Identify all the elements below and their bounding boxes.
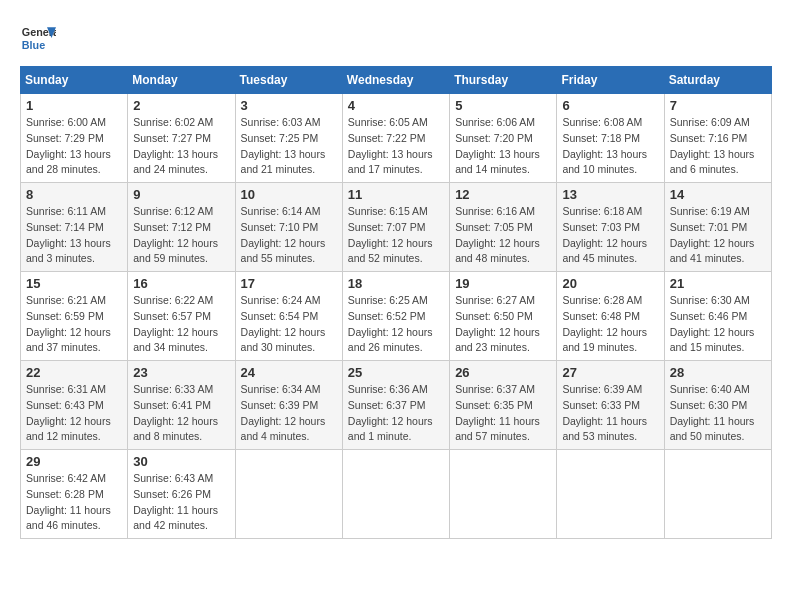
day-detail: Sunrise: 6:37 AMSunset: 6:35 PMDaylight:… <box>455 383 540 442</box>
day-number: 30 <box>133 454 229 469</box>
day-detail: Sunrise: 6:27 AMSunset: 6:50 PMDaylight:… <box>455 294 540 353</box>
calendar-cell: 23 Sunrise: 6:33 AMSunset: 6:41 PMDaylig… <box>128 361 235 450</box>
day-detail: Sunrise: 6:43 AMSunset: 6:26 PMDaylight:… <box>133 472 218 531</box>
day-number: 5 <box>455 98 551 113</box>
calendar-cell: 19 Sunrise: 6:27 AMSunset: 6:50 PMDaylig… <box>450 272 557 361</box>
calendar-cell: 2 Sunrise: 6:02 AMSunset: 7:27 PMDayligh… <box>128 94 235 183</box>
day-detail: Sunrise: 6:22 AMSunset: 6:57 PMDaylight:… <box>133 294 218 353</box>
day-number: 18 <box>348 276 444 291</box>
calendar-cell: 21 Sunrise: 6:30 AMSunset: 6:46 PMDaylig… <box>664 272 771 361</box>
day-number: 3 <box>241 98 337 113</box>
day-detail: Sunrise: 6:24 AMSunset: 6:54 PMDaylight:… <box>241 294 326 353</box>
day-detail: Sunrise: 6:02 AMSunset: 7:27 PMDaylight:… <box>133 116 218 175</box>
day-detail: Sunrise: 6:11 AMSunset: 7:14 PMDaylight:… <box>26 205 111 264</box>
day-detail: Sunrise: 6:30 AMSunset: 6:46 PMDaylight:… <box>670 294 755 353</box>
weekday-header-tuesday: Tuesday <box>235 67 342 94</box>
day-detail: Sunrise: 6:06 AMSunset: 7:20 PMDaylight:… <box>455 116 540 175</box>
day-number: 26 <box>455 365 551 380</box>
calendar-cell: 8 Sunrise: 6:11 AMSunset: 7:14 PMDayligh… <box>21 183 128 272</box>
calendar-cell: 7 Sunrise: 6:09 AMSunset: 7:16 PMDayligh… <box>664 94 771 183</box>
day-number: 1 <box>26 98 122 113</box>
svg-text:Blue: Blue <box>22 39 45 51</box>
calendar-cell: 18 Sunrise: 6:25 AMSunset: 6:52 PMDaylig… <box>342 272 449 361</box>
calendar-cell: 30 Sunrise: 6:43 AMSunset: 6:26 PMDaylig… <box>128 450 235 539</box>
calendar-cell: 1 Sunrise: 6:00 AMSunset: 7:29 PMDayligh… <box>21 94 128 183</box>
day-detail: Sunrise: 6:14 AMSunset: 7:10 PMDaylight:… <box>241 205 326 264</box>
weekday-header-sunday: Sunday <box>21 67 128 94</box>
day-number: 27 <box>562 365 658 380</box>
calendar-cell: 25 Sunrise: 6:36 AMSunset: 6:37 PMDaylig… <box>342 361 449 450</box>
day-detail: Sunrise: 6:42 AMSunset: 6:28 PMDaylight:… <box>26 472 111 531</box>
day-detail: Sunrise: 6:08 AMSunset: 7:18 PMDaylight:… <box>562 116 647 175</box>
calendar-cell: 26 Sunrise: 6:37 AMSunset: 6:35 PMDaylig… <box>450 361 557 450</box>
day-number: 12 <box>455 187 551 202</box>
day-detail: Sunrise: 6:12 AMSunset: 7:12 PMDaylight:… <box>133 205 218 264</box>
day-detail: Sunrise: 6:05 AMSunset: 7:22 PMDaylight:… <box>348 116 433 175</box>
logo: General Blue <box>20 20 56 56</box>
calendar-cell: 13 Sunrise: 6:18 AMSunset: 7:03 PMDaylig… <box>557 183 664 272</box>
day-detail: Sunrise: 6:34 AMSunset: 6:39 PMDaylight:… <box>241 383 326 442</box>
calendar-cell: 28 Sunrise: 6:40 AMSunset: 6:30 PMDaylig… <box>664 361 771 450</box>
weekday-header-saturday: Saturday <box>664 67 771 94</box>
page-header: General Blue <box>20 20 772 56</box>
day-number: 15 <box>26 276 122 291</box>
day-detail: Sunrise: 6:21 AMSunset: 6:59 PMDaylight:… <box>26 294 111 353</box>
day-number: 4 <box>348 98 444 113</box>
day-number: 14 <box>670 187 766 202</box>
day-number: 24 <box>241 365 337 380</box>
day-detail: Sunrise: 6:33 AMSunset: 6:41 PMDaylight:… <box>133 383 218 442</box>
day-detail: Sunrise: 6:36 AMSunset: 6:37 PMDaylight:… <box>348 383 433 442</box>
calendar-table: SundayMondayTuesdayWednesdayThursdayFrid… <box>20 66 772 539</box>
calendar-cell: 17 Sunrise: 6:24 AMSunset: 6:54 PMDaylig… <box>235 272 342 361</box>
day-detail: Sunrise: 6:03 AMSunset: 7:25 PMDaylight:… <box>241 116 326 175</box>
calendar-cell: 15 Sunrise: 6:21 AMSunset: 6:59 PMDaylig… <box>21 272 128 361</box>
day-detail: Sunrise: 6:15 AMSunset: 7:07 PMDaylight:… <box>348 205 433 264</box>
calendar-cell: 16 Sunrise: 6:22 AMSunset: 6:57 PMDaylig… <box>128 272 235 361</box>
calendar-cell: 12 Sunrise: 6:16 AMSunset: 7:05 PMDaylig… <box>450 183 557 272</box>
day-number: 16 <box>133 276 229 291</box>
day-number: 10 <box>241 187 337 202</box>
day-number: 13 <box>562 187 658 202</box>
calendar-cell: 11 Sunrise: 6:15 AMSunset: 7:07 PMDaylig… <box>342 183 449 272</box>
calendar-cell: 24 Sunrise: 6:34 AMSunset: 6:39 PMDaylig… <box>235 361 342 450</box>
day-number: 25 <box>348 365 444 380</box>
day-detail: Sunrise: 6:19 AMSunset: 7:01 PMDaylight:… <box>670 205 755 264</box>
day-detail: Sunrise: 6:31 AMSunset: 6:43 PMDaylight:… <box>26 383 111 442</box>
day-number: 20 <box>562 276 658 291</box>
day-detail: Sunrise: 6:25 AMSunset: 6:52 PMDaylight:… <box>348 294 433 353</box>
weekday-header-wednesday: Wednesday <box>342 67 449 94</box>
calendar-cell: 5 Sunrise: 6:06 AMSunset: 7:20 PMDayligh… <box>450 94 557 183</box>
day-detail: Sunrise: 6:16 AMSunset: 7:05 PMDaylight:… <box>455 205 540 264</box>
day-number: 8 <box>26 187 122 202</box>
day-number: 6 <box>562 98 658 113</box>
calendar-cell: 22 Sunrise: 6:31 AMSunset: 6:43 PMDaylig… <box>21 361 128 450</box>
calendar-cell <box>450 450 557 539</box>
calendar-cell: 6 Sunrise: 6:08 AMSunset: 7:18 PMDayligh… <box>557 94 664 183</box>
day-number: 19 <box>455 276 551 291</box>
day-number: 22 <box>26 365 122 380</box>
weekday-header-thursday: Thursday <box>450 67 557 94</box>
calendar-cell: 20 Sunrise: 6:28 AMSunset: 6:48 PMDaylig… <box>557 272 664 361</box>
day-detail: Sunrise: 6:00 AMSunset: 7:29 PMDaylight:… <box>26 116 111 175</box>
calendar-cell: 29 Sunrise: 6:42 AMSunset: 6:28 PMDaylig… <box>21 450 128 539</box>
calendar-cell <box>342 450 449 539</box>
day-number: 29 <box>26 454 122 469</box>
weekday-header-friday: Friday <box>557 67 664 94</box>
day-detail: Sunrise: 6:39 AMSunset: 6:33 PMDaylight:… <box>562 383 647 442</box>
calendar-cell <box>235 450 342 539</box>
calendar-cell: 3 Sunrise: 6:03 AMSunset: 7:25 PMDayligh… <box>235 94 342 183</box>
day-number: 2 <box>133 98 229 113</box>
calendar-cell: 10 Sunrise: 6:14 AMSunset: 7:10 PMDaylig… <box>235 183 342 272</box>
day-detail: Sunrise: 6:28 AMSunset: 6:48 PMDaylight:… <box>562 294 647 353</box>
calendar-cell: 4 Sunrise: 6:05 AMSunset: 7:22 PMDayligh… <box>342 94 449 183</box>
day-number: 7 <box>670 98 766 113</box>
day-detail: Sunrise: 6:40 AMSunset: 6:30 PMDaylight:… <box>670 383 755 442</box>
day-number: 9 <box>133 187 229 202</box>
day-detail: Sunrise: 6:09 AMSunset: 7:16 PMDaylight:… <box>670 116 755 175</box>
day-number: 23 <box>133 365 229 380</box>
calendar-cell: 9 Sunrise: 6:12 AMSunset: 7:12 PMDayligh… <box>128 183 235 272</box>
logo-icon: General Blue <box>20 20 56 56</box>
day-number: 11 <box>348 187 444 202</box>
day-number: 21 <box>670 276 766 291</box>
day-number: 17 <box>241 276 337 291</box>
